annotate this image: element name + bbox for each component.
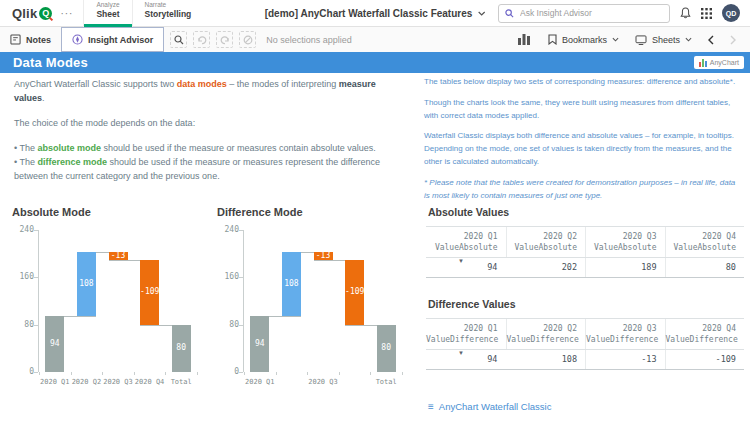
bar-value-label: -13 — [109, 251, 128, 260]
table-title: Absolute Values — [428, 206, 744, 218]
sheet-title: Data Modes — [13, 55, 88, 70]
more-menu-icon[interactable]: ··· — [60, 8, 73, 19]
insight-advisor-button[interactable]: Insight Advisor — [61, 27, 164, 52]
clear-selections-button[interactable] — [239, 31, 256, 48]
column-header-measure: ValueDifference — [426, 334, 498, 345]
insight-advisor-searchbox[interactable] — [498, 4, 670, 23]
redo-button[interactable] — [216, 31, 233, 48]
next-sheet-button[interactable] — [724, 35, 742, 45]
bar-value-label: 80 — [172, 343, 191, 352]
smart-search-button[interactable] — [170, 31, 187, 48]
y-axis-tick-label: 0 — [12, 367, 34, 376]
x-axis-tick-mark — [339, 372, 340, 375]
column-header[interactable]: 2020 Q1ValueDifference — [426, 319, 506, 349]
y-axis-tick-label: 160 — [12, 272, 34, 281]
chevron-down-icon — [477, 11, 485, 16]
table-cell-value[interactable]: -13 — [585, 350, 665, 369]
table-cell-value[interactable]: -109 — [665, 350, 745, 369]
waterfall-bar[interactable]: 94 — [45, 316, 64, 372]
anychart-badge-link[interactable]: AnyChart — [694, 56, 744, 69]
chevron-right-icon — [730, 35, 736, 45]
table-value-row: 94▼108-13-109 — [426, 350, 744, 369]
smart-search-icon — [174, 35, 184, 45]
tab-label: Storytelling — [145, 9, 192, 19]
undo-button[interactable] — [193, 31, 210, 48]
redo-icon — [220, 35, 230, 45]
anychart-badge-label: AnyChart — [710, 59, 739, 66]
insights-panel-icon[interactable] — [518, 34, 530, 45]
column-header[interactable]: 2020 Q3ValueAbsolute — [585, 227, 665, 257]
tables-panel: Absolute Values 2020 Q1ValueAbsolute2020… — [426, 206, 744, 390]
sort-indicator-icon[interactable]: ▼ — [458, 350, 464, 356]
column-header-period: 2020 Q2 — [507, 231, 578, 242]
x-axis-category-label: 2020 Q1 — [240, 378, 280, 386]
x-axis-tick-mark — [402, 372, 403, 375]
sheets-button[interactable]: Sheets — [629, 27, 698, 52]
absolute-mode-highlight: absolute mode — [38, 143, 102, 153]
app-header: Qlik Q ··· Analyze Sheet Narrate Storyte… — [0, 0, 750, 27]
waterfall-bar[interactable]: -109 — [345, 260, 364, 324]
waterfall-bar[interactable]: 80 — [172, 325, 191, 372]
table-cell-value[interactable]: 189 — [585, 258, 665, 277]
table-cell-value[interactable]: 94 — [426, 258, 506, 277]
sort-indicator-icon[interactable]: ▼ — [458, 258, 464, 264]
chevron-left-icon — [708, 35, 714, 45]
user-avatar[interactable]: QD — [722, 4, 740, 22]
intro-bullets: • The absolute mode should be used if th… — [14, 142, 406, 184]
y-axis-tick-mark — [239, 325, 243, 326]
column-header[interactable]: 2020 Q3ValueDifference — [585, 319, 665, 349]
search-input[interactable] — [518, 7, 642, 19]
column-header[interactable]: 2020 Q4ValueDifference — [665, 319, 745, 349]
y-axis-tick-label: 240 — [217, 225, 239, 234]
waterfall-bar[interactable]: -13 — [314, 252, 333, 260]
y-axis-tick-mark — [34, 277, 38, 278]
x-axis-tick-mark — [307, 372, 308, 375]
column-header[interactable]: 2020 Q2ValueDifference — [506, 319, 586, 349]
previous-sheet-button[interactable] — [702, 35, 720, 45]
x-axis-tick-mark — [370, 372, 371, 375]
notes-icon — [10, 34, 21, 45]
waterfall-bar[interactable]: -13 — [109, 252, 128, 260]
y-axis-tick-label: 80 — [217, 320, 239, 329]
anychart-logo-icon — [699, 59, 707, 67]
qlik-logo[interactable]: Qlik Q — [12, 6, 52, 21]
sheets-label: Sheets — [652, 35, 680, 45]
column-header[interactable]: 2020 Q1ValueAbsolute — [426, 227, 506, 257]
column-header-measure: ValueAbsolute — [586, 242, 657, 253]
anychart-waterfall-classic-link[interactable]: ≡ AnyChart Waterfall Classic — [428, 401, 551, 412]
bar-value-label: -13 — [314, 251, 333, 260]
notes-button[interactable]: Notes — [0, 27, 61, 52]
waterfall-bar[interactable]: 94 — [250, 316, 269, 372]
sheet-title-bar: Data Modes AnyChart — [0, 52, 750, 73]
waterfall-bar[interactable]: 108 — [77, 252, 96, 316]
column-header[interactable]: 2020 Q4ValueAbsolute — [665, 227, 745, 257]
table-cell-value[interactable]: 94 — [426, 350, 506, 369]
column-header-measure: ValueAbsolute — [666, 242, 737, 253]
column-header-period: 2020 Q1 — [426, 231, 498, 242]
table-cell-value[interactable]: 108 — [506, 350, 586, 369]
difference-mode-highlight: difference mode — [38, 157, 108, 167]
column-header[interactable]: 2020 Q2ValueAbsolute — [506, 227, 586, 257]
notes-paragraph-2: Though the charts look the same, they we… — [424, 97, 742, 123]
tab-eyebrow: Narrate — [145, 1, 192, 9]
x-axis-tick-mark — [244, 372, 245, 375]
bookmarks-button[interactable]: Bookmarks — [542, 27, 625, 52]
waterfall-bar[interactable]: 80 — [377, 325, 396, 372]
waterfall-bar[interactable]: 108 — [282, 252, 301, 316]
x-axis-tick-mark — [134, 372, 135, 375]
bar-value-label: 108 — [282, 279, 301, 288]
app-launcher-grid-icon[interactable] — [701, 8, 712, 19]
notes-text-block: The tables below display two sets of cor… — [424, 76, 742, 210]
table-cell-value[interactable]: 202 — [506, 258, 586, 277]
table-cell-value[interactable]: 80 — [665, 258, 745, 277]
intro-text-block: AnyChart Waterfall Classic supports two … — [14, 78, 406, 184]
intro-paragraph-2: The choice of the mode depends on the da… — [14, 117, 406, 131]
app-title-dropdown[interactable]: [demo] AnyChart Waterfall Classic Featur… — [265, 8, 486, 19]
table-header-row: 2020 Q1ValueDifference2020 Q2ValueDiffer… — [426, 319, 744, 350]
y-axis-tick-mark — [239, 277, 243, 278]
waterfall-bar[interactable]: -109 — [140, 260, 159, 324]
y-axis-tick-mark — [239, 230, 243, 231]
tab-narrate-storytelling[interactable]: Narrate Storytelling — [132, 0, 204, 27]
tab-analyze-sheet[interactable]: Analyze Sheet — [83, 0, 131, 27]
notifications-bell-icon[interactable] — [680, 7, 691, 19]
